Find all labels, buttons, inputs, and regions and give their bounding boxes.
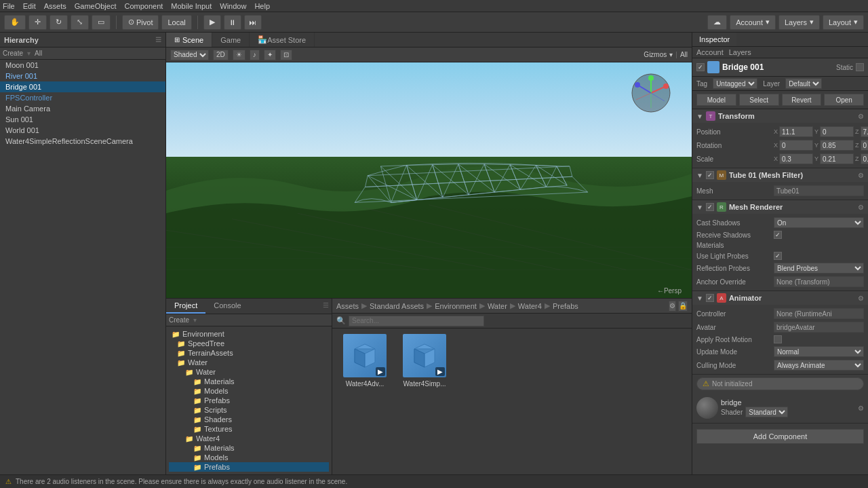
- mesh-value[interactable]: Tube01: [774, 185, 864, 196]
- menu-gameobject[interactable]: GameObject: [75, 2, 117, 10]
- tree-shaders1[interactable]: 📁Shaders: [169, 415, 329, 424]
- scale-x-input[interactable]: [779, 153, 813, 164]
- layers-tab-label[interactable]: Layers: [729, 48, 751, 56]
- menu-edit[interactable]: Edit: [23, 2, 36, 10]
- rot-x-input[interactable]: [779, 140, 813, 151]
- model-btn[interactable]: Model: [696, 94, 736, 106]
- animator-toggle[interactable]: [706, 294, 714, 302]
- tree-water2[interactable]: 📁Water: [169, 367, 329, 377]
- anchor-override-value[interactable]: None (Transform): [774, 276, 864, 287]
- hierarchy-item-moon[interactable]: Moon 001: [0, 60, 165, 71]
- rect-tool[interactable]: ▭: [92, 15, 111, 30]
- tree-materials1[interactable]: 📁Materials: [169, 377, 329, 386]
- use-light-probes-checkbox[interactable]: [774, 252, 782, 260]
- hierarchy-item-camera[interactable]: Main Camera: [0, 103, 165, 114]
- menu-help[interactable]: Help: [254, 2, 270, 10]
- bc-standard[interactable]: Standard Assets: [370, 302, 424, 310]
- select-btn[interactable]: Select: [739, 94, 779, 106]
- shader-dropdown[interactable]: Standard: [745, 407, 788, 417]
- cast-shadows-dropdown[interactable]: On: [774, 217, 864, 228]
- bc-assets[interactable]: Assets: [336, 302, 359, 310]
- scale-tool[interactable]: ⤡: [71, 15, 89, 30]
- scale-y-input[interactable]: [820, 153, 854, 164]
- tree-water4[interactable]: 📁Water4: [169, 434, 329, 443]
- revert-btn[interactable]: Revert: [782, 94, 822, 106]
- pos-z-input[interactable]: [861, 126, 868, 137]
- search-input[interactable]: [349, 316, 484, 326]
- asset-store-tab[interactable]: 🏪 Asset Store: [250, 33, 315, 47]
- controller-value[interactable]: None (RuntimeAni: [774, 308, 864, 319]
- project-tab[interactable]: Project: [166, 299, 205, 314]
- hierarchy-item-water4[interactable]: Water4SimpleReflectionSceneCamera: [0, 136, 165, 147]
- tree-materials2[interactable]: 📁Materials: [169, 443, 329, 453]
- effects-toggle[interactable]: ✦: [264, 50, 276, 60]
- layers-dropdown[interactable]: Layers ▾: [778, 15, 820, 30]
- project-create[interactable]: Create: [169, 316, 189, 324]
- breadcrumb-options[interactable]: ⚙: [669, 301, 676, 312]
- hierarchy-item-fps[interactable]: FPSController: [0, 92, 165, 103]
- hierarchy-item-bridge[interactable]: Bridge 001: [0, 81, 165, 92]
- mesh-filter-header[interactable]: ▼ M Tube 01 (Mesh Filter) ⚙: [692, 168, 868, 182]
- material-options[interactable]: ⚙: [858, 405, 864, 412]
- hidden-toggle[interactable]: ⊡: [280, 50, 292, 60]
- project-options[interactable]: ☰: [320, 299, 332, 314]
- hierarchy-options-icon[interactable]: ☰: [155, 36, 161, 43]
- scale-z-input[interactable]: [861, 153, 868, 164]
- hierarchy-create[interactable]: Create: [3, 50, 23, 57]
- object-active-checkbox[interactable]: [696, 63, 705, 71]
- animator-options[interactable]: ⚙: [858, 295, 864, 302]
- cloud-button[interactable]: ☁: [707, 15, 727, 30]
- rotate-tool[interactable]: ↻: [50, 15, 68, 30]
- tree-textures1[interactable]: 📁Textures: [169, 424, 329, 434]
- object-name[interactable]: Bridge 001: [722, 62, 833, 72]
- tree-models2[interactable]: 📁Models: [169, 453, 329, 462]
- asset-water4adv[interactable]: ▶ Water4Adv...: [338, 334, 392, 388]
- hierarchy-all[interactable]: All: [35, 50, 42, 57]
- avatar-value[interactable]: bridgeAvatar: [774, 322, 864, 333]
- mesh-renderer-header[interactable]: ▼ R Mesh Renderer ⚙: [692, 200, 868, 214]
- tree-speedtree[interactable]: 📁SpeedTree: [169, 339, 329, 348]
- pos-x-input[interactable]: [779, 126, 813, 137]
- menu-assets[interactable]: Assets: [44, 2, 66, 10]
- gizmo-widget[interactable]: [631, 73, 678, 120]
- layer-dropdown[interactable]: Default: [785, 78, 822, 89]
- mesh-renderer-toggle[interactable]: [706, 203, 714, 211]
- tree-water[interactable]: 📁Water: [169, 358, 329, 367]
- tag-dropdown[interactable]: Untagged: [713, 78, 757, 89]
- bc-water[interactable]: Water: [488, 302, 507, 310]
- rot-z-input[interactable]: [861, 140, 868, 151]
- game-tab[interactable]: Game: [212, 33, 250, 47]
- account-dropdown[interactable]: Account ▾: [730, 15, 776, 30]
- play-button[interactable]: ▶: [203, 15, 221, 30]
- tree-scripts1[interactable]: 📁Scripts: [169, 405, 329, 415]
- tree-terrainassets[interactable]: 📁TerrainAssets: [169, 348, 329, 358]
- culling-mode-dropdown[interactable]: Always Animate: [774, 360, 864, 371]
- material-name[interactable]: bridge: [721, 398, 855, 407]
- pos-y-input[interactable]: [820, 126, 854, 137]
- menu-window[interactable]: Window: [220, 2, 246, 10]
- hierarchy-item-sun[interactable]: Sun 001: [0, 114, 165, 125]
- menu-component[interactable]: Component: [124, 2, 163, 10]
- scene-tab[interactable]: ⊞ Scene: [166, 33, 212, 47]
- material-thumbnail[interactable]: [696, 397, 718, 419]
- step-button[interactable]: ⏭: [244, 15, 262, 30]
- menu-file[interactable]: File: [3, 2, 15, 10]
- receive-shadows-checkbox[interactable]: [774, 231, 782, 239]
- mesh-filter-toggle[interactable]: [706, 171, 714, 179]
- bc-prefabs[interactable]: Prefabs: [553, 302, 578, 310]
- menu-mobileinput[interactable]: Mobile Input: [171, 2, 212, 10]
- hierarchy-item-world[interactable]: World 001: [0, 125, 165, 136]
- tree-prefabs2[interactable]: 📁Prefabs: [169, 462, 329, 472]
- scene-view[interactable]: ←Persp: [166, 62, 692, 298]
- add-component-button[interactable]: Add Component: [696, 429, 864, 444]
- tree-prefabs1[interactable]: 📁Prefabs: [169, 396, 329, 405]
- tree-environment[interactable]: 📁Environment: [169, 329, 329, 339]
- apply-root-motion-checkbox[interactable]: [774, 335, 782, 343]
- audio-toggle[interactable]: ♪: [250, 50, 260, 60]
- pivot-button[interactable]: ⊙ Pivot: [122, 15, 159, 30]
- open-btn[interactable]: Open: [824, 94, 864, 106]
- transform-header[interactable]: ▼ T Transform ⚙: [692, 109, 868, 123]
- move-tool[interactable]: ✛: [28, 15, 47, 30]
- inspector-tab[interactable]: Inspector: [692, 33, 736, 46]
- hierarchy-item-river[interactable]: River 001: [0, 71, 165, 81]
